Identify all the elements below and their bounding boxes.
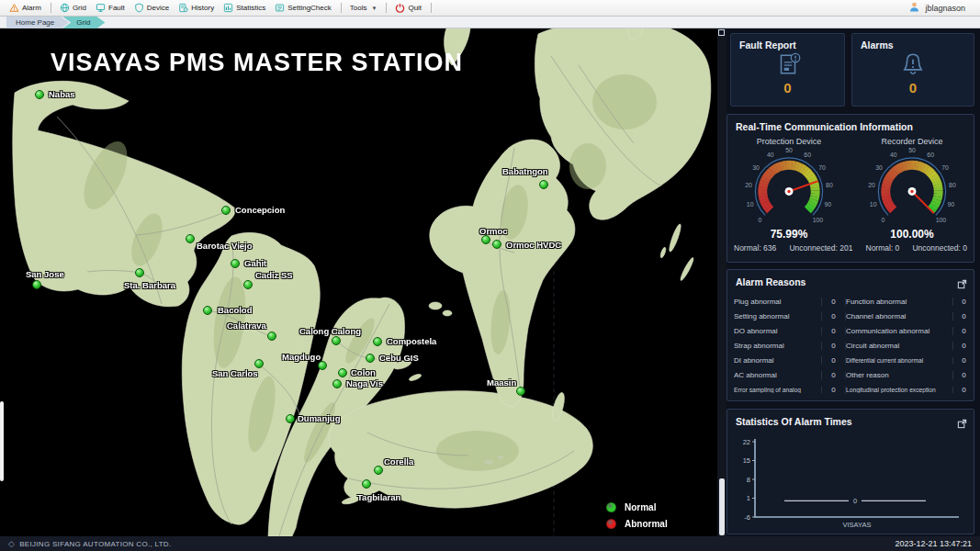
username: jblagnason	[925, 4, 965, 13]
alarm-reason-value: 0	[953, 312, 974, 320]
alarm-reason-label: DO abnormal	[734, 327, 822, 335]
comm-stat: Unconnected: 0	[912, 243, 967, 253]
sidebar-collapse-button[interactable]	[718, 29, 725, 36]
main-content: VISAYAS PMS MASTER STATION NabasConcepci…	[0, 28, 980, 536]
station-marker-dumanjug[interactable]	[286, 414, 295, 423]
right-sidebar: Fault Report 0 Alarms 0 Real-Time Commun…	[727, 28, 980, 536]
station-label: Ormoc HVDC	[506, 240, 561, 250]
station-marker-cebu-gis[interactable]	[366, 354, 375, 363]
station-marker-ormoc[interactable]	[481, 235, 490, 244]
station-label: Ormoc	[479, 226, 508, 236]
svg-text:30: 30	[752, 164, 760, 171]
map-islands	[0, 28, 717, 536]
toolbar-button-settingcheck[interactable]: SettingCheck	[271, 2, 337, 14]
alarm-reason-value: 0	[822, 356, 846, 365]
station-marker-gahit[interactable]	[231, 259, 240, 268]
station-marker-ormoc-hvdc[interactable]	[492, 240, 501, 249]
alarms-title: Alarms	[852, 34, 974, 51]
svg-text:40: 40	[767, 152, 774, 158]
dropdown-caret-icon: ▼	[371, 6, 377, 11]
alarm-reason-label: Plug abnormal	[734, 298, 822, 306]
toolbar-button-history[interactable]: History	[175, 2, 220, 14]
map-left-scrollbar-thumb[interactable]	[0, 401, 4, 481]
station-marker-corella[interactable]	[374, 466, 383, 475]
toolbar-button-grid[interactable]: Grid	[56, 2, 92, 14]
station-marker-sta-barbara[interactable]	[135, 268, 144, 277]
toolbar-button-quit[interactable]: Quit	[391, 2, 427, 14]
station-label: Naga Vis	[346, 378, 383, 388]
alarm-reason-row: AC abnormal0Other reason0	[727, 367, 974, 382]
svg-text:VISAYAS: VISAYAS	[843, 521, 872, 529]
comm-info-panel: Real-Time Communication Information Prot…	[727, 114, 974, 263]
station-marker-san-jose[interactable]	[32, 280, 41, 289]
toolbar-items: AlarmGridFaultDeviceHistoryStatisticsSet…	[6, 2, 346, 14]
tab-home-page[interactable]: Home Page	[6, 17, 69, 28]
alarm-reason-label: Longitudinal protection exception	[846, 387, 953, 393]
alarm-reason-value: 0	[822, 371, 846, 379]
station-marker-barotac-viejo[interactable]	[186, 234, 195, 243]
globe-icon	[60, 3, 70, 13]
svg-text:30: 30	[875, 164, 883, 171]
alarm-reason-label: Strap abnormal	[734, 342, 822, 350]
station-marker-babatngon[interactable]	[539, 180, 548, 189]
svg-text:0: 0	[759, 217, 762, 223]
station-marker-cadiz-ss[interactable]	[243, 280, 253, 289]
gauges: Protection Device01020304050607080901007…	[727, 134, 974, 241]
company-logo-icon: ◇	[8, 539, 15, 548]
alarms-value: 0	[852, 80, 974, 96]
expand-icon[interactable]	[957, 276, 967, 287]
sidebar-scrollbar-thumb[interactable]	[719, 478, 725, 535]
svg-text:80: 80	[949, 182, 956, 188]
sidebar-scrollbar-track	[717, 28, 727, 536]
station-marker-magdugo[interactable]	[318, 361, 327, 370]
station-marker-san-carlos[interactable]	[254, 359, 264, 368]
toolbar-button-fault[interactable]: Fault	[92, 2, 130, 14]
fault-monitor-icon	[96, 3, 106, 13]
visayas-map[interactable]: VISAYAS PMS MASTER STATION NabasConcepci…	[0, 28, 717, 536]
legend-item-normal: Normal	[606, 502, 668, 512]
svg-text:20: 20	[868, 182, 875, 188]
station-marker-bacolod[interactable]	[203, 306, 212, 315]
svg-text:-6: -6	[744, 513, 750, 522]
station-marker-maasin[interactable]	[516, 387, 525, 396]
toolbar-button-tools[interactable]: Tools ▼	[346, 3, 383, 13]
device-shield-icon	[134, 3, 144, 13]
station-marker-concepcion[interactable]	[221, 206, 231, 215]
toolbar-button-alarm[interactable]: Alarm	[6, 2, 47, 14]
svg-text:1: 1	[747, 494, 750, 502]
statistics-icon	[223, 3, 233, 13]
alarm-reason-value: 0	[822, 386, 846, 394]
svg-text:50: 50	[908, 147, 916, 153]
station-marker-colon[interactable]	[338, 368, 347, 377]
user-icon	[908, 1, 920, 15]
station-marker-tagbilaran[interactable]	[362, 479, 371, 489]
fault-report-icon	[731, 51, 844, 78]
alarm-reason-label: Channel abnormal	[846, 312, 953, 320]
legend-dot-icon	[606, 502, 616, 512]
station-marker-nabas[interactable]	[35, 90, 44, 99]
station-marker-calong-calong[interactable]	[332, 336, 341, 345]
toolbar-separator	[431, 3, 433, 13]
clock: 2023-12-21 13:47:21	[895, 539, 972, 548]
user-menu[interactable]: jblagnason	[908, 1, 965, 15]
station-label: Babatngon	[502, 166, 548, 176]
alarm-reason-row: Plug abnormal0Function abnormal0	[727, 294, 974, 309]
alarm-reason-value: 0	[822, 342, 846, 350]
svg-text:60: 60	[927, 152, 934, 158]
station-label: Compostela	[387, 336, 436, 346]
alarm-reason-label: Setting abnormal	[734, 312, 822, 320]
power-icon	[395, 3, 405, 13]
station-marker-compostela[interactable]	[373, 337, 382, 346]
station-marker-calatrava[interactable]	[267, 332, 276, 341]
toolbar-button-device[interactable]: Device	[130, 2, 175, 14]
toolbar-button-statistics[interactable]: Statistics	[220, 2, 271, 14]
station-label: Tagbilaran	[357, 492, 400, 502]
alarm-reason-value: 0	[822, 327, 846, 335]
expand-icon[interactable]	[957, 416, 967, 426]
station-label: Barotac Viejo	[197, 241, 253, 251]
station-label: Dumanjug	[298, 413, 340, 423]
station-marker-naga-vis[interactable]	[332, 379, 342, 388]
gauge-recorder-device: Recorder Device0102030405060708090100100…	[850, 134, 974, 241]
tools-label: Tools	[350, 4, 367, 12]
svg-text:20: 20	[745, 182, 752, 188]
